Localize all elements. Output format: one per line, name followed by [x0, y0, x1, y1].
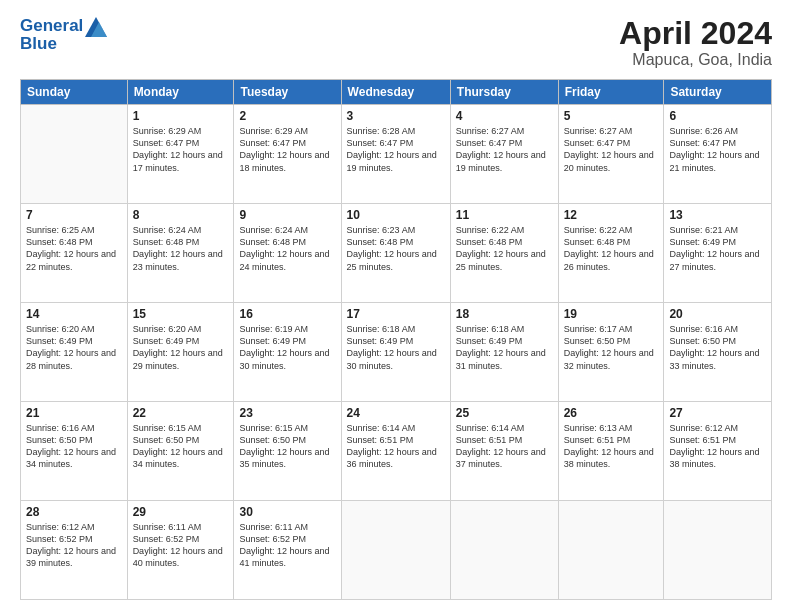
calendar-day-cell: 19Sunrise: 6:17 AMSunset: 6:50 PMDayligh…: [558, 303, 664, 402]
calendar-day-cell: [341, 501, 450, 600]
calendar-header-row: SundayMondayTuesdayWednesdayThursdayFrid…: [21, 80, 772, 105]
calendar-day-cell: [450, 501, 558, 600]
logo-icon: [85, 17, 107, 37]
day-number: 12: [564, 208, 659, 222]
day-number: 11: [456, 208, 553, 222]
calendar-day-cell: 20Sunrise: 6:16 AMSunset: 6:50 PMDayligh…: [664, 303, 772, 402]
day-number: 18: [456, 307, 553, 321]
day-number: 17: [347, 307, 445, 321]
day-info: Sunrise: 6:11 AMSunset: 6:52 PMDaylight:…: [239, 521, 335, 570]
day-number: 8: [133, 208, 229, 222]
day-number: 9: [239, 208, 335, 222]
calendar-day-cell: 3Sunrise: 6:28 AMSunset: 6:47 PMDaylight…: [341, 105, 450, 204]
calendar-day-cell: 6Sunrise: 6:26 AMSunset: 6:47 PMDaylight…: [664, 105, 772, 204]
page-subtitle: Mapuca, Goa, India: [619, 51, 772, 69]
calendar-day-cell: 17Sunrise: 6:18 AMSunset: 6:49 PMDayligh…: [341, 303, 450, 402]
weekday-header: Sunday: [21, 80, 128, 105]
day-number: 28: [26, 505, 122, 519]
day-info: Sunrise: 6:28 AMSunset: 6:47 PMDaylight:…: [347, 125, 445, 174]
calendar-day-cell: 13Sunrise: 6:21 AMSunset: 6:49 PMDayligh…: [664, 204, 772, 303]
day-info: Sunrise: 6:24 AMSunset: 6:48 PMDaylight:…: [133, 224, 229, 273]
day-info: Sunrise: 6:15 AMSunset: 6:50 PMDaylight:…: [239, 422, 335, 471]
day-info: Sunrise: 6:18 AMSunset: 6:49 PMDaylight:…: [347, 323, 445, 372]
page-title: April 2024: [619, 16, 772, 51]
day-info: Sunrise: 6:29 AMSunset: 6:47 PMDaylight:…: [239, 125, 335, 174]
day-number: 13: [669, 208, 766, 222]
weekday-header: Wednesday: [341, 80, 450, 105]
day-number: 1: [133, 109, 229, 123]
day-number: 24: [347, 406, 445, 420]
weekday-header: Saturday: [664, 80, 772, 105]
day-number: 10: [347, 208, 445, 222]
day-number: 25: [456, 406, 553, 420]
day-info: Sunrise: 6:24 AMSunset: 6:48 PMDaylight:…: [239, 224, 335, 273]
day-info: Sunrise: 6:20 AMSunset: 6:49 PMDaylight:…: [133, 323, 229, 372]
day-info: Sunrise: 6:27 AMSunset: 6:47 PMDaylight:…: [564, 125, 659, 174]
calendar-day-cell: 14Sunrise: 6:20 AMSunset: 6:49 PMDayligh…: [21, 303, 128, 402]
day-info: Sunrise: 6:22 AMSunset: 6:48 PMDaylight:…: [456, 224, 553, 273]
day-number: 15: [133, 307, 229, 321]
calendar-day-cell: 30Sunrise: 6:11 AMSunset: 6:52 PMDayligh…: [234, 501, 341, 600]
day-info: Sunrise: 6:12 AMSunset: 6:52 PMDaylight:…: [26, 521, 122, 570]
calendar-week-row: 7Sunrise: 6:25 AMSunset: 6:48 PMDaylight…: [21, 204, 772, 303]
calendar-week-row: 1Sunrise: 6:29 AMSunset: 6:47 PMDaylight…: [21, 105, 772, 204]
calendar-day-cell: 26Sunrise: 6:13 AMSunset: 6:51 PMDayligh…: [558, 402, 664, 501]
calendar-week-row: 21Sunrise: 6:16 AMSunset: 6:50 PMDayligh…: [21, 402, 772, 501]
calendar-day-cell: 9Sunrise: 6:24 AMSunset: 6:48 PMDaylight…: [234, 204, 341, 303]
weekday-header: Monday: [127, 80, 234, 105]
calendar-day-cell: 23Sunrise: 6:15 AMSunset: 6:50 PMDayligh…: [234, 402, 341, 501]
day-info: Sunrise: 6:29 AMSunset: 6:47 PMDaylight:…: [133, 125, 229, 174]
day-info: Sunrise: 6:27 AMSunset: 6:47 PMDaylight:…: [456, 125, 553, 174]
calendar-day-cell: 4Sunrise: 6:27 AMSunset: 6:47 PMDaylight…: [450, 105, 558, 204]
calendar-day-cell: 1Sunrise: 6:29 AMSunset: 6:47 PMDaylight…: [127, 105, 234, 204]
calendar-week-row: 14Sunrise: 6:20 AMSunset: 6:49 PMDayligh…: [21, 303, 772, 402]
day-info: Sunrise: 6:16 AMSunset: 6:50 PMDaylight:…: [26, 422, 122, 471]
day-info: Sunrise: 6:18 AMSunset: 6:49 PMDaylight:…: [456, 323, 553, 372]
day-number: 29: [133, 505, 229, 519]
calendar-day-cell: [21, 105, 128, 204]
calendar-day-cell: [664, 501, 772, 600]
calendar-day-cell: 8Sunrise: 6:24 AMSunset: 6:48 PMDaylight…: [127, 204, 234, 303]
calendar-day-cell: 28Sunrise: 6:12 AMSunset: 6:52 PMDayligh…: [21, 501, 128, 600]
day-number: 20: [669, 307, 766, 321]
day-info: Sunrise: 6:21 AMSunset: 6:49 PMDaylight:…: [669, 224, 766, 273]
calendar-day-cell: 12Sunrise: 6:22 AMSunset: 6:48 PMDayligh…: [558, 204, 664, 303]
day-number: 3: [347, 109, 445, 123]
calendar-day-cell: 22Sunrise: 6:15 AMSunset: 6:50 PMDayligh…: [127, 402, 234, 501]
day-number: 21: [26, 406, 122, 420]
calendar-day-cell: 25Sunrise: 6:14 AMSunset: 6:51 PMDayligh…: [450, 402, 558, 501]
calendar-day-cell: [558, 501, 664, 600]
day-info: Sunrise: 6:25 AMSunset: 6:48 PMDaylight:…: [26, 224, 122, 273]
weekday-header: Friday: [558, 80, 664, 105]
day-number: 14: [26, 307, 122, 321]
day-number: 30: [239, 505, 335, 519]
day-info: Sunrise: 6:22 AMSunset: 6:48 PMDaylight:…: [564, 224, 659, 273]
calendar-table: SundayMondayTuesdayWednesdayThursdayFrid…: [20, 79, 772, 600]
day-info: Sunrise: 6:26 AMSunset: 6:47 PMDaylight:…: [669, 125, 766, 174]
day-number: 2: [239, 109, 335, 123]
weekday-header: Tuesday: [234, 80, 341, 105]
calendar-day-cell: 27Sunrise: 6:12 AMSunset: 6:51 PMDayligh…: [664, 402, 772, 501]
day-info: Sunrise: 6:16 AMSunset: 6:50 PMDaylight:…: [669, 323, 766, 372]
day-number: 26: [564, 406, 659, 420]
day-number: 16: [239, 307, 335, 321]
day-info: Sunrise: 6:11 AMSunset: 6:52 PMDaylight:…: [133, 521, 229, 570]
logo: General Blue: [20, 16, 107, 53]
weekday-header: Thursday: [450, 80, 558, 105]
calendar-day-cell: 10Sunrise: 6:23 AMSunset: 6:48 PMDayligh…: [341, 204, 450, 303]
title-block: April 2024 Mapuca, Goa, India: [619, 16, 772, 69]
day-number: 27: [669, 406, 766, 420]
day-number: 5: [564, 109, 659, 123]
calendar-day-cell: 2Sunrise: 6:29 AMSunset: 6:47 PMDaylight…: [234, 105, 341, 204]
day-number: 19: [564, 307, 659, 321]
day-number: 7: [26, 208, 122, 222]
day-info: Sunrise: 6:13 AMSunset: 6:51 PMDaylight:…: [564, 422, 659, 471]
calendar-day-cell: 18Sunrise: 6:18 AMSunset: 6:49 PMDayligh…: [450, 303, 558, 402]
day-info: Sunrise: 6:19 AMSunset: 6:49 PMDaylight:…: [239, 323, 335, 372]
calendar-day-cell: 7Sunrise: 6:25 AMSunset: 6:48 PMDaylight…: [21, 204, 128, 303]
calendar-day-cell: 11Sunrise: 6:22 AMSunset: 6:48 PMDayligh…: [450, 204, 558, 303]
day-info: Sunrise: 6:12 AMSunset: 6:51 PMDaylight:…: [669, 422, 766, 471]
day-number: 4: [456, 109, 553, 123]
day-number: 23: [239, 406, 335, 420]
page: General Blue April 2024 Mapuca, Goa, Ind…: [0, 0, 792, 612]
